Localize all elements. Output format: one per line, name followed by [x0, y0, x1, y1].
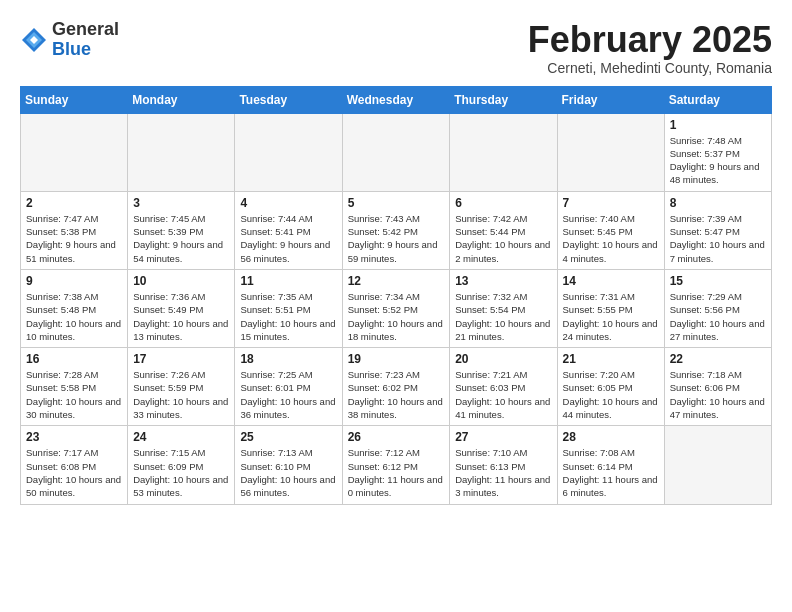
weekday-header-wednesday: Wednesday — [342, 86, 450, 113]
calendar-week-row: 9Sunrise: 7:38 AM Sunset: 5:48 PM Daylig… — [21, 269, 772, 347]
calendar-day: 26Sunrise: 7:12 AM Sunset: 6:12 PM Dayli… — [342, 426, 450, 504]
day-info: Sunrise: 7:26 AM Sunset: 5:59 PM Dayligh… — [133, 368, 229, 421]
day-info: Sunrise: 7:31 AM Sunset: 5:55 PM Dayligh… — [563, 290, 659, 343]
calendar-day: 5Sunrise: 7:43 AM Sunset: 5:42 PM Daylig… — [342, 191, 450, 269]
calendar-day: 25Sunrise: 7:13 AM Sunset: 6:10 PM Dayli… — [235, 426, 342, 504]
calendar-day: 12Sunrise: 7:34 AM Sunset: 5:52 PM Dayli… — [342, 269, 450, 347]
calendar-day: 9Sunrise: 7:38 AM Sunset: 5:48 PM Daylig… — [21, 269, 128, 347]
weekday-header-monday: Monday — [128, 86, 235, 113]
day-number: 9 — [26, 274, 122, 288]
day-info: Sunrise: 7:15 AM Sunset: 6:09 PM Dayligh… — [133, 446, 229, 499]
logo-text: General Blue — [52, 20, 119, 60]
calendar-day: 2Sunrise: 7:47 AM Sunset: 5:38 PM Daylig… — [21, 191, 128, 269]
day-info: Sunrise: 7:18 AM Sunset: 6:06 PM Dayligh… — [670, 368, 766, 421]
day-number: 19 — [348, 352, 445, 366]
day-number: 8 — [670, 196, 766, 210]
calendar-day — [21, 113, 128, 191]
calendar-day: 18Sunrise: 7:25 AM Sunset: 6:01 PM Dayli… — [235, 348, 342, 426]
day-info: Sunrise: 7:25 AM Sunset: 6:01 PM Dayligh… — [240, 368, 336, 421]
calendar-day: 8Sunrise: 7:39 AM Sunset: 5:47 PM Daylig… — [664, 191, 771, 269]
calendar-day: 23Sunrise: 7:17 AM Sunset: 6:08 PM Dayli… — [21, 426, 128, 504]
title-area: February 2025 Cerneti, Mehedinti County,… — [528, 20, 772, 76]
day-number: 24 — [133, 430, 229, 444]
day-info: Sunrise: 7:32 AM Sunset: 5:54 PM Dayligh… — [455, 290, 551, 343]
day-number: 18 — [240, 352, 336, 366]
weekday-header-friday: Friday — [557, 86, 664, 113]
calendar-table: SundayMondayTuesdayWednesdayThursdayFrid… — [20, 86, 772, 505]
calendar-day: 3Sunrise: 7:45 AM Sunset: 5:39 PM Daylig… — [128, 191, 235, 269]
day-info: Sunrise: 7:40 AM Sunset: 5:45 PM Dayligh… — [563, 212, 659, 265]
calendar-day: 10Sunrise: 7:36 AM Sunset: 5:49 PM Dayli… — [128, 269, 235, 347]
day-number: 13 — [455, 274, 551, 288]
calendar-day: 6Sunrise: 7:42 AM Sunset: 5:44 PM Daylig… — [450, 191, 557, 269]
calendar-week-row: 16Sunrise: 7:28 AM Sunset: 5:58 PM Dayli… — [21, 348, 772, 426]
day-info: Sunrise: 7:20 AM Sunset: 6:05 PM Dayligh… — [563, 368, 659, 421]
month-title: February 2025 — [528, 20, 772, 60]
day-number: 7 — [563, 196, 659, 210]
day-number: 16 — [26, 352, 122, 366]
weekday-header-thursday: Thursday — [450, 86, 557, 113]
day-info: Sunrise: 7:34 AM Sunset: 5:52 PM Dayligh… — [348, 290, 445, 343]
day-info: Sunrise: 7:39 AM Sunset: 5:47 PM Dayligh… — [670, 212, 766, 265]
day-info: Sunrise: 7:29 AM Sunset: 5:56 PM Dayligh… — [670, 290, 766, 343]
day-info: Sunrise: 7:28 AM Sunset: 5:58 PM Dayligh… — [26, 368, 122, 421]
calendar-day: 14Sunrise: 7:31 AM Sunset: 5:55 PM Dayli… — [557, 269, 664, 347]
day-info: Sunrise: 7:44 AM Sunset: 5:41 PM Dayligh… — [240, 212, 336, 265]
day-info: Sunrise: 7:36 AM Sunset: 5:49 PM Dayligh… — [133, 290, 229, 343]
calendar-day — [450, 113, 557, 191]
calendar-day: 16Sunrise: 7:28 AM Sunset: 5:58 PM Dayli… — [21, 348, 128, 426]
day-number: 22 — [670, 352, 766, 366]
calendar-day — [128, 113, 235, 191]
day-info: Sunrise: 7:45 AM Sunset: 5:39 PM Dayligh… — [133, 212, 229, 265]
calendar-day: 7Sunrise: 7:40 AM Sunset: 5:45 PM Daylig… — [557, 191, 664, 269]
day-number: 15 — [670, 274, 766, 288]
calendar-day: 4Sunrise: 7:44 AM Sunset: 5:41 PM Daylig… — [235, 191, 342, 269]
calendar-day: 21Sunrise: 7:20 AM Sunset: 6:05 PM Dayli… — [557, 348, 664, 426]
day-info: Sunrise: 7:10 AM Sunset: 6:13 PM Dayligh… — [455, 446, 551, 499]
weekday-header-saturday: Saturday — [664, 86, 771, 113]
logo-icon — [20, 26, 48, 54]
day-info: Sunrise: 7:35 AM Sunset: 5:51 PM Dayligh… — [240, 290, 336, 343]
calendar-day — [235, 113, 342, 191]
day-number: 26 — [348, 430, 445, 444]
day-number: 6 — [455, 196, 551, 210]
day-info: Sunrise: 7:23 AM Sunset: 6:02 PM Dayligh… — [348, 368, 445, 421]
weekday-header-sunday: Sunday — [21, 86, 128, 113]
day-number: 21 — [563, 352, 659, 366]
day-info: Sunrise: 7:12 AM Sunset: 6:12 PM Dayligh… — [348, 446, 445, 499]
weekday-header-tuesday: Tuesday — [235, 86, 342, 113]
calendar-day: 24Sunrise: 7:15 AM Sunset: 6:09 PM Dayli… — [128, 426, 235, 504]
calendar-day: 13Sunrise: 7:32 AM Sunset: 5:54 PM Dayli… — [450, 269, 557, 347]
day-info: Sunrise: 7:13 AM Sunset: 6:10 PM Dayligh… — [240, 446, 336, 499]
day-number: 17 — [133, 352, 229, 366]
day-number: 27 — [455, 430, 551, 444]
calendar-day: 20Sunrise: 7:21 AM Sunset: 6:03 PM Dayli… — [450, 348, 557, 426]
location-subtitle: Cerneti, Mehedinti County, Romania — [528, 60, 772, 76]
day-number: 1 — [670, 118, 766, 132]
calendar-day: 28Sunrise: 7:08 AM Sunset: 6:14 PM Dayli… — [557, 426, 664, 504]
day-info: Sunrise: 7:17 AM Sunset: 6:08 PM Dayligh… — [26, 446, 122, 499]
day-info: Sunrise: 7:47 AM Sunset: 5:38 PM Dayligh… — [26, 212, 122, 265]
weekday-header-row: SundayMondayTuesdayWednesdayThursdayFrid… — [21, 86, 772, 113]
day-number: 3 — [133, 196, 229, 210]
calendar-day: 19Sunrise: 7:23 AM Sunset: 6:02 PM Dayli… — [342, 348, 450, 426]
day-number: 14 — [563, 274, 659, 288]
day-info: Sunrise: 7:42 AM Sunset: 5:44 PM Dayligh… — [455, 212, 551, 265]
day-number: 20 — [455, 352, 551, 366]
day-number: 25 — [240, 430, 336, 444]
calendar-day — [342, 113, 450, 191]
page-header: General Blue February 2025 Cerneti, Mehe… — [20, 20, 772, 76]
day-number: 2 — [26, 196, 122, 210]
day-info: Sunrise: 7:21 AM Sunset: 6:03 PM Dayligh… — [455, 368, 551, 421]
calendar-day: 15Sunrise: 7:29 AM Sunset: 5:56 PM Dayli… — [664, 269, 771, 347]
day-info: Sunrise: 7:43 AM Sunset: 5:42 PM Dayligh… — [348, 212, 445, 265]
calendar-day: 27Sunrise: 7:10 AM Sunset: 6:13 PM Dayli… — [450, 426, 557, 504]
calendar-week-row: 23Sunrise: 7:17 AM Sunset: 6:08 PM Dayli… — [21, 426, 772, 504]
calendar-day: 22Sunrise: 7:18 AM Sunset: 6:06 PM Dayli… — [664, 348, 771, 426]
calendar-day: 1Sunrise: 7:48 AM Sunset: 5:37 PM Daylig… — [664, 113, 771, 191]
day-info: Sunrise: 7:08 AM Sunset: 6:14 PM Dayligh… — [563, 446, 659, 499]
calendar-day — [557, 113, 664, 191]
day-number: 11 — [240, 274, 336, 288]
day-number: 10 — [133, 274, 229, 288]
day-number: 5 — [348, 196, 445, 210]
